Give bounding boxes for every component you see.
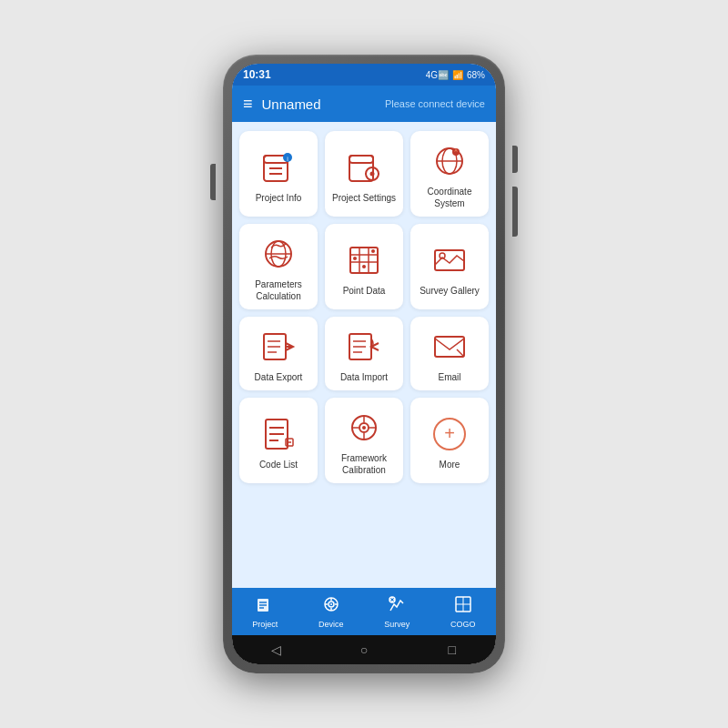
data-import-label: Data Import [340,371,388,383]
data-import-icon [345,328,383,366]
status-icons: 4G🔤 📶 68% [426,70,485,80]
android-nav: ◁ ○ □ [232,635,496,664]
app-title: Unnamed [262,96,321,112]
home-button[interactable]: ○ [355,641,373,659]
grid-item-more[interactable]: + More [410,398,489,483]
phone-screen: 10:31 4G🔤 📶 68% ≡ Unnamed Please connect… [232,64,496,664]
framework-calibration-icon [345,409,383,447]
data-export-label: Data Export [255,371,303,383]
point-data-icon [345,241,383,279]
nav-survey[interactable]: Survey [364,588,430,635]
parameters-calculation-label: Parameters Calculation [245,278,312,302]
project-info-label: Project Info [256,192,302,204]
grid-item-coordinate-system[interactable]: Coordinate System [410,131,489,217]
nav-device-icon [322,595,340,618]
svg-point-28 [371,249,375,253]
point-data-label: Point Data [343,285,386,297]
svg-point-27 [362,265,366,268]
nav-project-icon [256,595,274,618]
phone-device: 10:31 4G🔤 📶 68% ≡ Unnamed Please connect… [223,55,505,673]
code-list-label: Code List [259,459,298,470]
back-button[interactable]: ◁ [267,641,285,659]
project-info-icon: i [259,148,298,187]
more-icon: + [430,415,469,453]
grid-item-email[interactable]: Email [410,317,489,390]
status-bar: 10:31 4G🔤 📶 68% [232,64,496,86]
scan-button[interactable] [512,187,518,237]
bottom-nav: Project Device [232,588,496,635]
more-plus-circle: + [433,418,466,450]
grid-item-project-info[interactable]: i Project Info [239,131,318,217]
grid-item-data-export[interactable]: Data Export [239,317,318,390]
nav-cogo[interactable]: COGO [430,588,497,635]
project-settings-label: Project Settings [332,192,396,204]
nav-device-label: Device [318,620,344,629]
nav-project-label: Project [252,620,278,629]
hamburger-menu[interactable]: ≡ [243,95,253,114]
top-bar-left: ≡ Unnamed [243,95,321,114]
nav-device[interactable]: Device [298,588,365,635]
battery-icon: 68% [467,70,485,80]
grid-item-parameters-calculation[interactable]: Parameters Calculation [239,224,318,309]
svg-point-9 [370,171,375,176]
grid-item-survey-gallery[interactable]: Survey Gallery [410,224,489,309]
recent-button[interactable]: □ [443,641,461,659]
nav-cogo-label: COGO [450,620,476,629]
power-button[interactable] [512,146,518,173]
nav-survey-label: Survey [384,620,410,629]
code-list-icon [259,415,298,453]
nav-project[interactable]: Project [232,588,298,635]
framework-calibration-label: Framework Calibration [330,452,398,476]
grid-item-code-list[interactable]: Code List [239,398,318,483]
more-label: More [440,459,460,470]
svg-point-26 [353,257,357,260]
svg-rect-40 [435,337,464,357]
main-content: i Project Info [232,122,496,588]
email-label: Email [438,371,460,383]
svg-rect-7 [349,156,373,163]
wifi-icon: 📶 [452,70,463,80]
top-bar: ≡ Unnamed Please connect device [232,86,496,122]
grid-item-project-settings[interactable]: Project Settings [325,131,403,217]
svg-point-49 [362,426,366,430]
email-icon [430,328,469,366]
device-status: Please connect device [385,98,485,109]
svg-point-60 [330,603,332,605]
survey-gallery-label: Survey Gallery [420,285,480,297]
data-export-icon [259,328,298,366]
project-settings-icon [345,148,383,187]
coordinate-system-icon [430,142,469,180]
survey-gallery-icon [430,241,469,279]
grid-item-point-data[interactable]: Point Data [325,224,403,309]
coordinate-system-label: Coordinate System [416,186,483,209]
grid-item-framework-calibration[interactable]: Framework Calibration [325,398,403,483]
parameters-calculation-icon [259,235,298,273]
nav-survey-icon [388,595,406,618]
app-grid: i Project Info [239,131,489,483]
grid-item-data-import[interactable]: Data Import [325,317,403,390]
screen-content: 10:31 4G🔤 📶 68% ≡ Unnamed Please connect… [232,64,496,664]
nav-cogo-icon [454,595,472,618]
status-time: 10:31 [243,68,271,81]
volume-button[interactable] [210,164,216,200]
signal-icon: 4G🔤 [426,70,449,80]
